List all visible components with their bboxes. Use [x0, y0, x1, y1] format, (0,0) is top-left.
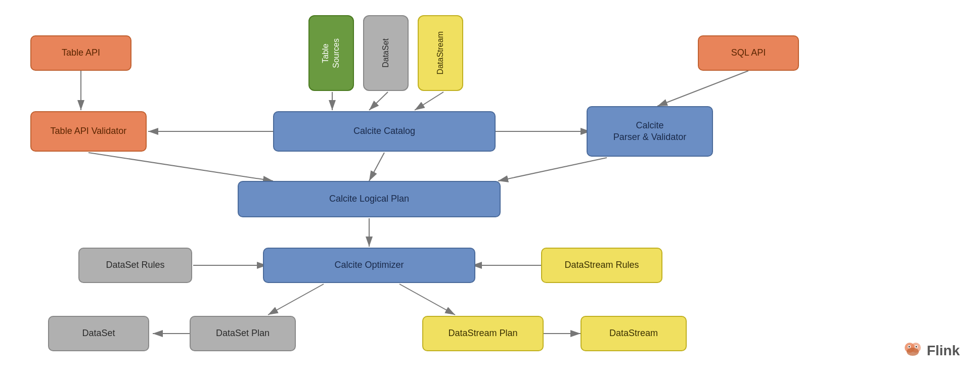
dataset-plan-node: DataSet Plan — [190, 316, 296, 351]
svg-line-14 — [268, 284, 324, 315]
svg-line-10 — [498, 158, 607, 181]
svg-point-24 — [915, 346, 917, 348]
dataset-src-node: DataSet — [363, 15, 409, 91]
calcite-catalog-node: Calcite Catalog — [273, 111, 496, 152]
table-sources-node: TableSources — [308, 15, 354, 91]
datastream-src-node: DataStream — [418, 15, 463, 91]
svg-point-23 — [908, 346, 910, 348]
table-api-validator-node: Table API Validator — [30, 111, 147, 152]
flink-label: Flink — [927, 343, 960, 359]
diagram-container: Table API SQL API TableSources DataSet D… — [0, 0, 980, 376]
datastream-rules-node: DataStream Rules — [541, 248, 662, 283]
calcite-optimizer-node: Calcite Optimizer — [263, 248, 475, 283]
datastream-out-node: DataStream — [581, 316, 687, 351]
table-api-node: Table API — [30, 35, 131, 71]
dataset-out-node: DataSet — [48, 316, 149, 351]
svg-line-7 — [657, 71, 748, 106]
calcite-parser-node: CalciteParser & Validator — [587, 106, 713, 157]
datastream-plan-node: DataStream Plan — [422, 316, 544, 351]
svg-point-20 — [907, 348, 919, 356]
svg-line-15 — [399, 284, 455, 315]
svg-line-8 — [88, 153, 273, 181]
flink-icon — [903, 341, 923, 361]
svg-line-3 — [369, 92, 388, 110]
svg-line-9 — [369, 153, 384, 181]
dataset-rules-node: DataSet Rules — [78, 248, 192, 283]
svg-line-4 — [415, 92, 443, 110]
flink-logo: Flink — [903, 341, 960, 361]
sql-api-node: SQL API — [698, 35, 799, 71]
calcite-logical-plan-node: Calcite Logical Plan — [238, 181, 501, 217]
